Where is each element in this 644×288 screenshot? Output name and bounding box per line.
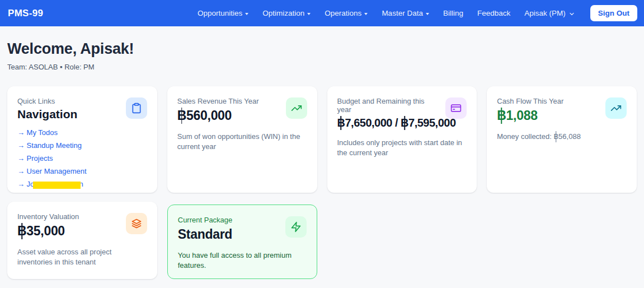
quick-link-my-todos[interactable]: → My Todos	[17, 128, 147, 137]
card-quick-links: Quick Links Navigation → My Todos → Stan…	[7, 86, 157, 193]
sign-out-button[interactable]: Sign Out	[590, 5, 637, 21]
nav-item-label: Feedback	[477, 9, 510, 17]
nav-item-master-data[interactable]: Master Data	[382, 9, 429, 17]
nav-item-label: Master Data	[382, 9, 423, 17]
user-menu-label: Apisak (PM)	[524, 9, 566, 17]
zap-icon	[285, 216, 307, 238]
page-title: Welcome, Apisak!	[7, 40, 637, 58]
stat-description: Sum of won opportunities (WIN) in the cu…	[177, 132, 307, 152]
user-menu[interactable]: Apisak (PM)	[524, 9, 575, 17]
stat-value: B7,650,000 / B7,595,000	[337, 117, 467, 129]
layers-icon	[126, 213, 147, 234]
card-cash-flow: Cash Flow This Year B1,088 Money collect…	[487, 86, 637, 193]
quick-links-list: → My Todos → Standup Meeting → Projects …	[17, 128, 147, 188]
clipboard-icon	[126, 97, 147, 119]
nav-item-label: Operations	[325, 9, 361, 17]
nav-item-billing[interactable]: Billing	[443, 9, 463, 17]
card-budget: Budget and Remaining this year B7,650,00…	[327, 86, 477, 193]
quick-link-user-management[interactable]: → User Management	[17, 167, 147, 175]
trending-up-icon	[286, 97, 307, 119]
caret-down-icon	[307, 13, 311, 15]
nav-item-label: Opportunities	[198, 9, 242, 17]
nav-item-optimization[interactable]: Optimization	[262, 9, 311, 17]
quick-link-standup-meeting[interactable]: → Standup Meeting	[17, 141, 147, 150]
nav-item-label: Optimization	[262, 9, 304, 17]
page-subtitle: Team: ASOLAB ▪ Role: PM	[7, 63, 637, 71]
stat-description: Asset value across all project inventori…	[17, 247, 147, 268]
dashboard-grid: Quick Links Navigation → My Todos → Stan…	[0, 86, 644, 279]
nav-item-operations[interactable]: Operations	[325, 9, 368, 17]
page-header: Welcome, Apisak! Team: ASOLAB ▪ Role: PM	[0, 26, 644, 71]
quick-link-projects[interactable]: → Projects	[17, 154, 147, 162]
caret-down-icon	[426, 13, 429, 15]
top-navbar: PMS-99 Opportunities Optimization Operat…	[0, 0, 644, 26]
stat-description: You have full access to all premium feat…	[178, 250, 307, 271]
caret-down-icon	[364, 13, 368, 15]
card-inventory-valuation: Inventory Valuation B35,000 Asset value …	[7, 202, 157, 279]
nav-item-label: Billing	[443, 9, 463, 17]
stat-description: Money collected: B56,088	[497, 132, 627, 142]
card-current-package: Current Package Standard You have full a…	[167, 205, 317, 279]
caret-down-icon	[245, 13, 248, 15]
trending-up-icon	[605, 97, 627, 119]
nav-item-feedback[interactable]: Feedback	[477, 9, 510, 17]
app-brand: PMS-99	[8, 8, 43, 19]
chevron-down-icon	[568, 11, 575, 17]
nav-item-opportunities[interactable]: Opportunities	[198, 9, 248, 17]
card-sales-revenue: Sales Revenue This Year B560,000 Sum of …	[167, 86, 317, 193]
quick-link-join-organization[interactable]: → Join Organization	[17, 180, 147, 188]
navbar-menu: Opportunities Optimization Operations Ma…	[198, 5, 637, 21]
credit-card-icon	[445, 97, 467, 119]
stat-description: Includes only projects with start date i…	[337, 138, 467, 159]
